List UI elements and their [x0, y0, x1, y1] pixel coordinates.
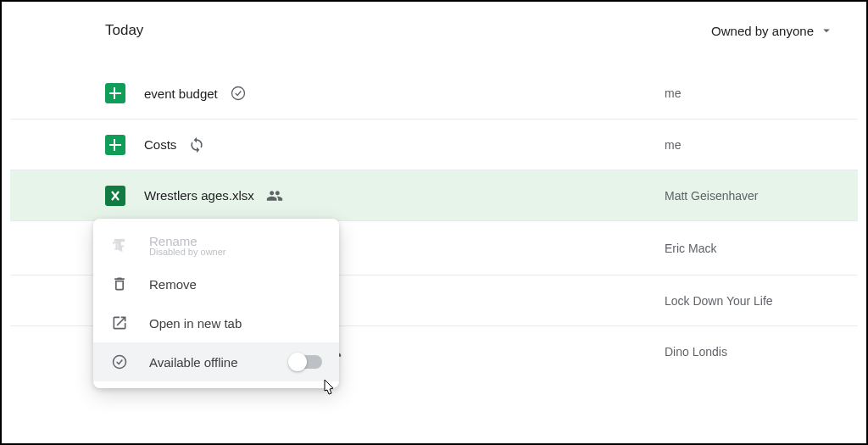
shared-icon [266, 187, 283, 204]
menu-label: Available offline [149, 355, 238, 370]
rename-icon: TT [110, 236, 129, 254]
file-name: event budget [144, 86, 218, 101]
offline-toggle[interactable] [290, 355, 322, 369]
file-owner: Dino Londis [665, 345, 834, 359]
menu-available-offline[interactable]: Available offline [93, 342, 339, 381]
file-row[interactable]: Costs me [10, 119, 858, 170]
menu-open-new-tab[interactable]: Open in new tab [93, 303, 339, 342]
svg-text:T: T [119, 244, 124, 253]
file-owner: Lock Down Your Life [665, 294, 834, 308]
file-owner: me [665, 86, 834, 100]
offline-icon [110, 353, 129, 371]
menu-label: Open in new tab [149, 316, 242, 331]
file-owner: Matt Geisenhaver [665, 189, 834, 203]
menu-label: Rename [149, 234, 198, 248]
excel-icon [105, 186, 125, 206]
file-name: Costs [144, 137, 176, 152]
sheets-icon [105, 135, 125, 155]
menu-label: Remove [149, 277, 197, 292]
sheets-icon [105, 83, 125, 103]
file-owner: Eric Mack [665, 242, 834, 255]
open-in-new-icon [110, 314, 129, 332]
context-menu: TT Rename Disabled by owner Remove Open … [93, 219, 339, 388]
owner-filter-dropdown[interactable]: Owned by anyone [711, 23, 834, 38]
file-row[interactable]: event budget me [10, 68, 858, 119]
svg-point-1 [231, 87, 244, 100]
file-name: Wrestlers ages.xlsx [144, 188, 254, 203]
svg-point-9 [114, 356, 126, 369]
menu-remove[interactable]: Remove [93, 264, 339, 303]
offline-available-icon [230, 85, 247, 102]
menu-sublabel: Disabled by owner [149, 247, 322, 257]
list-header: Today Owned by anyone [10, 2, 858, 59]
chevron-down-icon [819, 23, 834, 38]
menu-rename: TT Rename Disabled by owner [93, 225, 339, 264]
section-title: Today [105, 22, 143, 39]
sync-icon [188, 136, 205, 153]
trash-icon [110, 275, 129, 293]
file-row[interactable]: Wrestlers ages.xlsx Matt Geisenhaver [10, 170, 858, 220]
owner-filter-label: Owned by anyone [711, 24, 814, 38]
toggle-knob [288, 353, 307, 371]
file-owner: me [665, 138, 834, 152]
